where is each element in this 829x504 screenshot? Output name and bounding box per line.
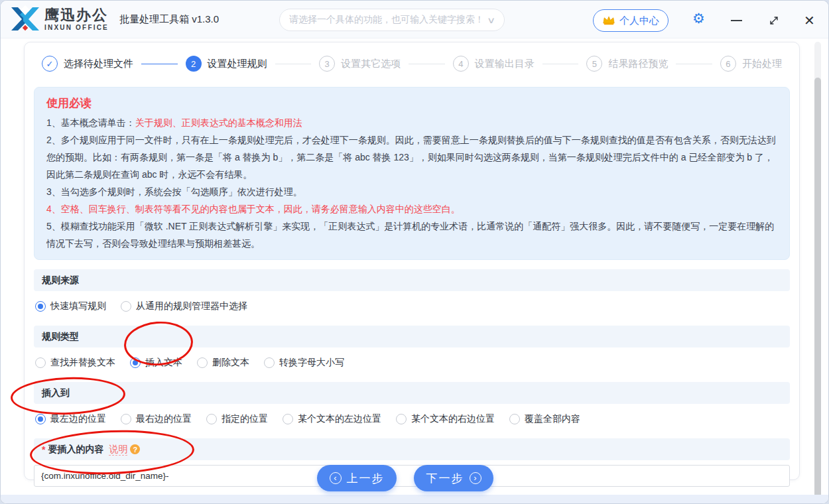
radio-selected-icon bbox=[35, 301, 46, 312]
notice-line: 3、当勾选多个规则时，系统会按「勾选顺序」依次进行处理。 bbox=[46, 183, 777, 200]
radio-insert_position[interactable]: 某个文本的右边位置 bbox=[396, 413, 495, 425]
crown-icon bbox=[602, 15, 615, 27]
step-4[interactable]: 4设置输出目录 bbox=[453, 56, 535, 72]
radio-rule_type[interactable]: 删除文本 bbox=[197, 357, 249, 369]
radio-icon bbox=[396, 414, 407, 424]
step-connector bbox=[409, 64, 445, 64]
radio-label: 最左边的位置 bbox=[50, 413, 106, 425]
stepper: ✓选择待处理文件2设置处理规则3设置其它选项4设置输出目录5结果路径预览6开始处… bbox=[34, 54, 790, 73]
step-1[interactable]: ✓选择待处理文件 bbox=[42, 56, 133, 72]
radio-icon bbox=[197, 357, 208, 368]
radio-icon bbox=[206, 414, 217, 424]
step-6[interactable]: 6开始处理 bbox=[720, 56, 782, 72]
section-title: 要插入的内容 bbox=[48, 444, 103, 456]
notice-line: 5、模糊查找功能采用「微软 .NET 正则表达式解析引擎」来实现，「正则表达式」… bbox=[46, 218, 777, 252]
radio-rule_source[interactable]: 从通用的规则管理器中选择 bbox=[121, 300, 247, 312]
step-label: 设置处理规则 bbox=[208, 58, 267, 70]
notice-text: 2、多个规则应用于同一文件时，只有在上一条规则处理完后，才会处理下一条规则。因此… bbox=[46, 135, 776, 180]
step-number: 2 bbox=[186, 56, 202, 72]
radio-icon bbox=[121, 301, 131, 312]
step-number: 3 bbox=[319, 56, 335, 72]
section-title: 规则来源 bbox=[42, 275, 79, 286]
radio-icon bbox=[509, 414, 520, 424]
step-connector bbox=[542, 64, 579, 64]
radio-label: 快速填写规则 bbox=[50, 300, 106, 312]
radio-label: 覆盖全部内容 bbox=[525, 413, 580, 425]
step-label: 开始处理 bbox=[742, 58, 782, 70]
notice-title: 使用必读 bbox=[46, 94, 777, 113]
scrollbar-thumb[interactable] bbox=[814, 78, 821, 498]
radio-label: 插入文本 bbox=[145, 357, 182, 369]
radio-label: 某个文本的左边位置 bbox=[298, 413, 381, 425]
radio-label: 某个文本的右边位置 bbox=[411, 413, 495, 425]
user-center-label: 个人中心 bbox=[619, 15, 659, 27]
section-rule-type: 规则类型 bbox=[34, 326, 790, 347]
radio-icon bbox=[121, 414, 131, 424]
notice-line: 4、空格、回车换行、制表符等看不见的内容也属于文本，因此，请务必留意输入内容中的… bbox=[46, 200, 777, 218]
insert-content-input[interactable] bbox=[34, 465, 790, 487]
main-panel: ✓选择待处理文件2设置处理规则3设置其它选项4设置输出目录5结果路径预览6开始处… bbox=[24, 42, 800, 480]
notice-line: 1、基本概念请单击：关于规则、正则表达式的基本概念和用法 bbox=[46, 114, 777, 131]
radio-selected-icon bbox=[130, 357, 141, 368]
step-3[interactable]: 3设置其它选项 bbox=[319, 56, 401, 72]
radio-label: 转换字母大小写 bbox=[279, 357, 344, 369]
function-select-placeholder: 请选择一个具体的功能，也可输入关键字搜索！ bbox=[289, 14, 484, 26]
radio-label: 从通用的规则管理器中选择 bbox=[136, 300, 247, 312]
inxun-logo-icon bbox=[10, 5, 40, 33]
radio-icon bbox=[35, 357, 46, 368]
prev-chevron-icon: ‹ bbox=[330, 472, 342, 484]
scrollbar-track[interactable] bbox=[814, 42, 821, 499]
help-question-icon[interactable]: ? bbox=[130, 444, 140, 454]
radio-label: 指定的位置 bbox=[222, 413, 268, 425]
radio-insert_position[interactable]: 指定的位置 bbox=[206, 413, 268, 425]
section-insert-position: 插入到 bbox=[34, 382, 790, 404]
notice-line: 2、多个规则应用于同一文件时，只有在上一条规则处理完后，才会处理下一条规则。因此… bbox=[46, 131, 777, 183]
section-title: 规则类型 bbox=[42, 331, 79, 343]
minimize-button[interactable] bbox=[731, 20, 742, 21]
step-5[interactable]: 5结果路径预览 bbox=[586, 56, 668, 72]
notice-text: 4、空格、回车换行、制表符等看不见的内容也属于文本，因此，请务必留意输入内容中的… bbox=[46, 204, 460, 214]
radio-insert_position-selected[interactable]: 最左边的位置 bbox=[35, 413, 106, 425]
settings-gear-icon[interactable]: ⚙ bbox=[692, 11, 705, 26]
function-select[interactable]: 请选择一个具体的功能，也可输入关键字搜索！ ∨ bbox=[279, 9, 505, 31]
radio-label: 查找并替换文本 bbox=[50, 357, 115, 369]
step-2[interactable]: 2设置处理规则 bbox=[186, 56, 267, 72]
window-bottom-edge bbox=[1, 495, 828, 503]
user-center-button[interactable]: 个人中心 bbox=[593, 9, 669, 32]
radio-rule_source-selected[interactable]: 快速填写规则 bbox=[35, 300, 106, 312]
close-button[interactable]: ✕ bbox=[804, 13, 815, 29]
notice-text: 1、基本概念请单击： bbox=[46, 117, 135, 128]
next-step-button[interactable]: 下一步 › bbox=[414, 465, 493, 491]
radio-insert_position[interactable]: 某个文本的左边位置 bbox=[283, 413, 381, 425]
step-label: 结果路径预览 bbox=[608, 58, 668, 70]
brand-name-cn: 鹰迅办公 bbox=[44, 8, 109, 23]
step-label: 设置其它选项 bbox=[341, 58, 401, 70]
resize-button[interactable] bbox=[769, 15, 779, 29]
radio-rule_type[interactable]: 查找并替换文本 bbox=[35, 357, 115, 369]
step-connector bbox=[676, 64, 712, 64]
brand-name-en: INXUN OFFICE bbox=[44, 25, 109, 31]
radio-insert_position[interactable]: 最右边的位置 bbox=[121, 413, 192, 425]
radio-insert_position[interactable]: 覆盖全部内容 bbox=[509, 413, 580, 425]
next-step-label: 下一步 bbox=[426, 471, 464, 486]
prev-step-label: 上一步 bbox=[347, 471, 385, 486]
radio-selected-icon bbox=[35, 414, 46, 424]
chevron-down-icon: ∨ bbox=[487, 15, 496, 25]
step-number: 5 bbox=[586, 56, 602, 72]
app-window: 鹰迅办公 INXUN OFFICE 批量处理工具箱 v1.3.0 请选择一个具体… bbox=[0, 0, 829, 504]
rule-type-options: 查找并替换文本插入文本删除文本转换字母大小写 bbox=[35, 353, 789, 373]
required-asterisk: * bbox=[42, 444, 45, 455]
title-bar: 鹰迅办公 INXUN OFFICE 批量处理工具箱 v1.3.0 请选择一个具体… bbox=[1, 1, 828, 38]
prev-step-button[interactable]: ‹ 上一步 bbox=[317, 465, 397, 491]
section-rule-source: 规则来源 bbox=[34, 269, 790, 291]
radio-icon bbox=[283, 414, 293, 424]
notice-panel: 使用必读 1、基本概念请单击：关于规则、正则表达式的基本概念和用法2、多个规则应… bbox=[34, 87, 790, 260]
notice-link[interactable]: 关于规则、正则表达式的基本概念和用法 bbox=[135, 117, 302, 128]
radio-rule_type-selected[interactable]: 插入文本 bbox=[130, 357, 182, 369]
step-number: 4 bbox=[453, 56, 469, 72]
step-connector bbox=[141, 64, 178, 64]
radio-label: 最右边的位置 bbox=[136, 413, 192, 425]
app-title: 批量处理工具箱 v1.3.0 bbox=[119, 13, 219, 26]
radio-rule_type[interactable]: 转换字母大小写 bbox=[264, 357, 344, 369]
help-link[interactable]: 说明 bbox=[109, 444, 127, 456]
